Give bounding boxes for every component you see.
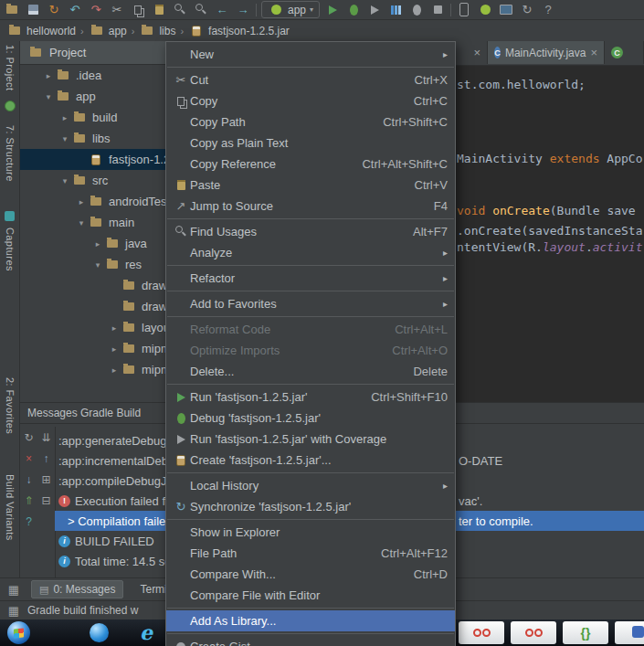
open-project-icon[interactable] <box>4 2 20 18</box>
tree-item-src[interactable]: ▾src <box>20 170 165 191</box>
rerun-icon[interactable]: ↻ <box>22 430 37 445</box>
copy-icon[interactable] <box>130 2 146 18</box>
synchronize-files-icon[interactable]: ↻ <box>46 2 62 18</box>
tree-collapse-arrow-icon[interactable]: ▾ <box>58 134 71 143</box>
taskbar-button-taskbar-app-3[interactable]: {} <box>563 621 608 644</box>
attach-debugger-icon[interactable] <box>408 2 425 18</box>
tool-windows-icon[interactable]: ▦ <box>5 581 22 598</box>
save-all-icon[interactable] <box>25 2 41 18</box>
tree-item-res[interactable]: ▾res <box>20 254 165 275</box>
tree-item-mipmap[interactable]: ▸mipmap <box>20 338 165 359</box>
captures-icon[interactable] <box>2 207 18 224</box>
avd-manager-icon[interactable] <box>456 2 472 18</box>
tree-collapse-arrow-icon[interactable]: ▾ <box>58 176 71 185</box>
tree-item-java[interactable]: ▸java <box>20 233 165 254</box>
menu-item-reformat-code[interactable]: Reformat CodeCtrl+Alt+L <box>166 319 455 340</box>
menu-item-compare-with[interactable]: Compare With...Ctrl+D <box>166 564 455 585</box>
tree-collapse-arrow-icon[interactable]: ▾ <box>91 260 104 270</box>
tree-expand-arrow-icon[interactable]: ▸ <box>42 71 55 80</box>
menu-item-cut[interactable]: ✂CutCtrl+X <box>166 69 455 90</box>
next-message-icon[interactable]: ↓ <box>22 472 37 487</box>
tree-item-build[interactable]: ▸build <box>20 107 165 128</box>
tree-item-app[interactable]: ▾app <box>20 86 165 107</box>
menu-item-copy[interactable]: CopyCtrl+C <box>166 90 455 111</box>
paste-icon[interactable] <box>151 2 167 18</box>
menu-item-add-to-favorites[interactable]: Add to Favorites▸ <box>166 293 455 314</box>
android-monitor-icon[interactable] <box>2 98 18 114</box>
tree-item-fastjson-1-2-5-jar[interactable]: fastjson-1.2.5.jar <box>20 149 165 170</box>
stripe-button-2-favorites[interactable]: 2: Favorites <box>5 377 16 434</box>
tool-window-switcher-icon[interactable]: ▦ <box>5 602 22 619</box>
find-icon[interactable] <box>172 2 188 18</box>
menu-item-create-fastjson-1-2-5-jar[interactable]: Create 'fastjson-1.2.5.jar'... <box>166 450 455 471</box>
close-tab-icon[interactable]: × <box>590 46 597 59</box>
tree-expand-arrow-icon[interactable]: ▸ <box>75 197 88 207</box>
previous-message-icon[interactable]: ↑ <box>39 451 54 466</box>
profile-icon[interactable] <box>387 2 404 18</box>
tree-item-libs[interactable]: ▾libs <box>20 128 165 149</box>
scroll-to-end-icon[interactable]: ⇊ <box>39 430 54 445</box>
menu-item-compare-file-with-editor[interactable]: Compare File with Editor <box>166 585 455 606</box>
menu-item-copy-as-plain-text[interactable]: Copy as Plain Text <box>166 132 455 154</box>
expand-all-icon[interactable]: ⊞ <box>39 472 54 487</box>
run-with-coverage-icon[interactable] <box>366 2 383 18</box>
menu-item-synchronize-fastjson-1-2-5-jar[interactable]: ↻Synchronize 'fastjson-1.2.5.jar' <box>166 496 455 517</box>
breadcrumb-item-helloworld[interactable]: helloworld <box>5 23 78 39</box>
menu-item-paste[interactable]: PasteCtrl+V <box>166 175 455 196</box>
tree-expand-arrow-icon[interactable]: ▸ <box>58 113 71 122</box>
menu-item-run-fastjson-1-2-5-jar-with-coverage[interactable]: Run 'fastjson-1.2.5.jar' with Coverage <box>166 429 455 450</box>
navigate-forward-icon[interactable]: → <box>235 2 251 18</box>
menu-item-add-as-library[interactable]: Add As Library... <box>166 610 455 631</box>
tree-item-main[interactable]: ▾main <box>20 212 165 233</box>
taskbar-button-taskbar-app-4[interactable] <box>615 621 644 644</box>
tree-item-drawable[interactable]: drawable <box>20 296 165 317</box>
device-monitor-icon[interactable] <box>498 2 514 18</box>
undo-icon[interactable]: ↶ <box>67 2 83 18</box>
redo-icon[interactable]: ↷ <box>88 2 104 18</box>
tree-expand-arrow-icon[interactable]: ▸ <box>108 344 121 354</box>
debug-icon[interactable] <box>345 2 362 18</box>
tree-item-androidtest[interactable]: ▸androidTest <box>20 191 165 212</box>
run-config-selector[interactable]: app▾ <box>261 1 320 18</box>
project-panel-header[interactable]: Project <box>20 41 165 65</box>
browser-blue-icon[interactable] <box>90 623 109 642</box>
navigate-back-icon[interactable]: ← <box>214 2 230 18</box>
stripe-button-build-variants[interactable]: Build Variants <box>5 474 16 541</box>
stop-icon[interactable] <box>429 2 446 18</box>
menu-item-create-gist[interactable]: Create Gist <box>166 636 455 646</box>
tree-item-layout[interactable]: ▸layout <box>20 317 165 338</box>
menu-item-copy-path[interactable]: Copy PathCtrl+Shift+C <box>166 111 455 132</box>
tree-expand-arrow-icon[interactable]: ▸ <box>91 239 104 249</box>
tree-expand-arrow-icon[interactable]: ▸ <box>108 323 121 333</box>
windows-start-button[interactable] <box>7 621 30 644</box>
tree-item-drawable[interactable]: drawable <box>20 275 165 296</box>
menu-item-run-fastjson-1-2-5-jar[interactable]: Run 'fastjson-1.2.5.jar'Ctrl+Shift+F10 <box>166 387 455 408</box>
tree-collapse-arrow-icon[interactable]: ▾ <box>42 92 55 101</box>
close-icon[interactable]: × <box>22 451 37 466</box>
editor-tab-mainactivity-java[interactable]: CMainActivity.java× <box>488 41 605 64</box>
stripe-button-7-structure[interactable]: 7: Structure <box>5 125 16 182</box>
stripe-button-captures[interactable]: Captures <box>5 228 16 271</box>
sdk-manager-icon[interactable] <box>477 2 493 18</box>
menu-item-local-history[interactable]: Local History▸ <box>166 475 455 496</box>
menu-item-analyze[interactable]: Analyze▸ <box>166 242 455 263</box>
collapse-all-icon[interactable]: ⊟ <box>39 493 54 508</box>
menu-item-jump-to-source[interactable]: ↗Jump to SourceF4 <box>166 196 455 217</box>
cut-icon[interactable]: ✂ <box>109 2 125 18</box>
menu-item-file-path[interactable]: File PathCtrl+Alt+F12 <box>166 543 455 564</box>
export-icon[interactable]: ⇑ <box>22 493 37 508</box>
tree-item-idea[interactable]: ▸.idea <box>20 65 165 86</box>
close-tab-icon[interactable]: × <box>473 46 480 59</box>
taskbar-button-taskbar-app-1[interactable] <box>459 621 504 644</box>
help-icon[interactable]: ? <box>22 514 37 529</box>
menu-item-delete[interactable]: Delete...Delete <box>166 361 455 382</box>
help-icon[interactable]: ? <box>540 2 556 18</box>
menu-item-optimize-imports[interactable]: Optimize ImportsCtrl+Alt+O <box>166 340 455 361</box>
tree-expand-arrow-icon[interactable]: ▸ <box>108 365 121 375</box>
taskbar-button-taskbar-app-2[interactable] <box>511 621 556 644</box>
tree-item-mipmap[interactable]: ▸mipmap <box>20 359 165 380</box>
stripe-button-1-project[interactable]: 1: Project <box>5 45 16 90</box>
breadcrumb-item-fastjson-1-2-5-jar[interactable]: fastjson-1.2.5.jar <box>186 23 291 39</box>
menu-item-copy-reference[interactable]: Copy ReferenceCtrl+Alt+Shift+C <box>166 154 455 175</box>
editor-tab-partial[interactable]: C <box>605 41 644 64</box>
